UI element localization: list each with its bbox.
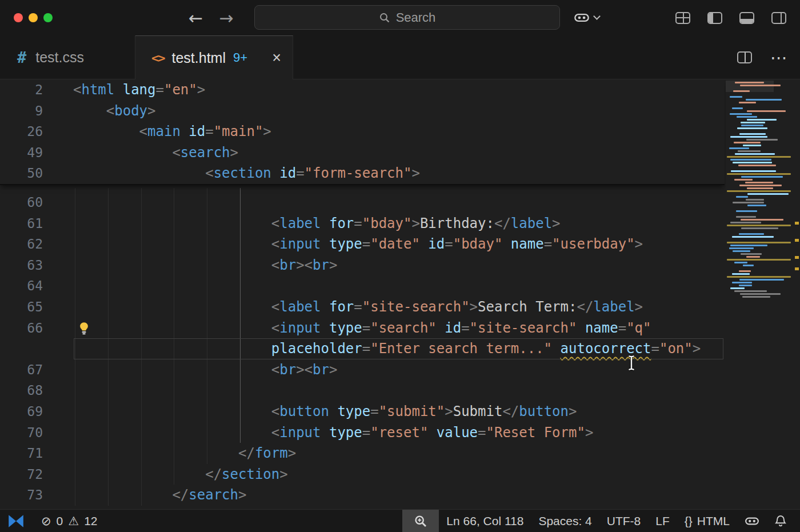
code-editor[interactable]: 2<html lang="en">9<body>26<main id="main… (0, 79, 800, 509)
language-label: HTML (697, 514, 730, 528)
language-mode-status[interactable]: {} HTML (677, 510, 737, 532)
toggle-secondary-sidebar-button[interactable] (771, 12, 786, 24)
mouse-cursor-ibeam (626, 354, 637, 374)
line-content: <main id="main"> (73, 121, 271, 142)
line-number[interactable]: 69 (0, 401, 43, 422)
history-navigation: ← → (189, 0, 233, 35)
minimize-window-button[interactable] (29, 13, 38, 22)
code-line-26[interactable]: 26<main id="main"> (0, 121, 725, 142)
code-line-72[interactable]: 72</section> (0, 464, 800, 485)
zoom-indicator-button[interactable] (402, 510, 439, 532)
code-line-64[interactable]: 64 (0, 275, 800, 297)
remote-icon (7, 514, 25, 529)
window-controls (14, 13, 53, 22)
code-line-50[interactable]: 50<section id="form-search"> (0, 163, 725, 184)
command-center-search[interactable]: Search (254, 5, 560, 30)
cursor-position-status[interactable]: Ln 66, Col 118 (439, 510, 531, 532)
overview-ruler (794, 79, 799, 509)
overview-ruler-warning-mark (795, 222, 799, 225)
notifications-bell-button[interactable] (767, 510, 794, 532)
line-content: </section> (73, 464, 288, 485)
error-count: 0 (57, 514, 63, 528)
toggle-primary-sidebar-button[interactable] (707, 12, 722, 24)
code-lines[interactable]: 6061<label for="bday">Birthday:</label>6… (0, 185, 800, 506)
line-number[interactable]: 66 (0, 318, 43, 339)
line-content: <input type="search" id="site-search" na… (73, 318, 651, 339)
code-line-69[interactable]: 69<button type="submit">Submit</button> (0, 401, 800, 422)
warning-count: 12 (84, 514, 97, 528)
more-actions-button[interactable]: ⋯ (770, 47, 787, 67)
go-forward-button[interactable]: → (219, 8, 233, 28)
line-number[interactable]: 60 (0, 192, 43, 213)
line-number[interactable]: 64 (0, 275, 43, 297)
vscode-window: ← → Search # test.css <> test.html 9+ × (0, 0, 800, 532)
close-tab-icon[interactable]: × (272, 50, 281, 66)
line-number[interactable]: 2 (0, 79, 43, 101)
line-number[interactable]: 62 (0, 234, 43, 255)
close-window-button[interactable] (14, 13, 23, 22)
code-line-63[interactable]: 63<br><br> (0, 255, 800, 276)
code-line-60[interactable]: 60 (0, 192, 800, 213)
toggle-panel-button[interactable] (739, 12, 754, 24)
copilot-menu-button[interactable] (574, 0, 599, 35)
indentation-status[interactable]: Spaces: 4 (531, 510, 599, 532)
line-number[interactable]: 71 (0, 443, 43, 464)
line-number[interactable]: 61 (0, 213, 43, 234)
code-line-73[interactable]: 73</search> (0, 485, 800, 506)
encoding-status[interactable]: UTF-8 (599, 510, 649, 532)
code-line-49[interactable]: 49<search> (0, 142, 725, 163)
tab-test-css[interactable]: # test.css (0, 35, 135, 79)
code-line-9[interactable]: 9<body> (0, 101, 725, 122)
bell-icon (774, 514, 787, 528)
warning-icon: ⚠ (68, 514, 79, 528)
code-line-70[interactable]: 70<input type="reset" value="Reset Form"… (0, 422, 800, 443)
line-number[interactable]: 72 (0, 464, 43, 485)
title-bar: ← → Search (0, 0, 800, 35)
line-content: <search> (73, 142, 238, 163)
line-number[interactable]: 26 (0, 121, 43, 142)
line-number[interactable]: 73 (0, 485, 43, 506)
line-number[interactable]: 9 (0, 101, 43, 122)
code-line-71[interactable]: 71</form> (0, 443, 800, 464)
line-content: <button type="submit">Submit</button> (73, 401, 577, 422)
problems-status[interactable]: ⊘ 0 ⚠ 12 (41, 514, 97, 528)
line-content: <br><br> (73, 255, 337, 276)
remote-indicator[interactable] (0, 510, 32, 532)
line-number[interactable]: 67 (0, 359, 43, 381)
code-line-66[interactable]: 66<input type="search" id="site-search" … (0, 318, 800, 339)
eol-status[interactable]: LF (648, 510, 677, 532)
copilot-status-button[interactable] (737, 510, 767, 532)
code-line-65[interactable]: 65<label for="site-search">Search Term:<… (0, 297, 800, 318)
line-number[interactable]: 70 (0, 422, 43, 443)
code-line-61[interactable]: 61<label for="bday">Birthday:</label> (0, 213, 800, 234)
search-icon (379, 12, 390, 23)
line-number[interactable]: 49 (0, 142, 43, 163)
split-editor-button[interactable] (737, 51, 752, 63)
editor-tab-bar: # test.css <> test.html 9+ × ⋯ (0, 35, 800, 79)
line-content: <label for="site-search">Search Term:</l… (73, 297, 643, 318)
line-number[interactable]: 65 (0, 297, 43, 318)
magnifier-plus-icon (414, 514, 427, 528)
line-number[interactable] (0, 338, 43, 359)
error-icon: ⊘ (41, 514, 51, 528)
sticky-scroll[interactable]: 2<html lang="en">9<body>26<main id="main… (0, 79, 725, 185)
code-line-67[interactable]: 67<br><br> (0, 359, 800, 381)
code-line-68[interactable]: 68 (0, 380, 800, 401)
line-content: </search> (73, 485, 246, 506)
code-line-62[interactable]: 62<input type="date" id="bday" name="use… (0, 234, 800, 255)
line-number[interactable]: 50 (0, 163, 43, 184)
go-back-button[interactable]: ← (189, 8, 203, 28)
tab-test-html[interactable]: <> test.html 9+ × (135, 35, 293, 79)
line-number[interactable]: 68 (0, 380, 43, 401)
customize-layout-button[interactable] (675, 12, 690, 24)
minimap[interactable] (726, 79, 793, 509)
line-content: <body> (73, 101, 156, 122)
code-line-wrap[interactable]: placeholder="Enter search term..." autoc… (0, 338, 800, 359)
code-line-2[interactable]: 2<html lang="en"> (0, 79, 725, 101)
layout-controls (675, 0, 786, 35)
editor-group-actions: ⋯ (737, 35, 787, 79)
line-number[interactable]: 63 (0, 255, 43, 276)
overview-ruler-warning-mark (795, 267, 799, 270)
minimap-line (727, 296, 792, 299)
maximize-window-button[interactable] (43, 13, 53, 22)
